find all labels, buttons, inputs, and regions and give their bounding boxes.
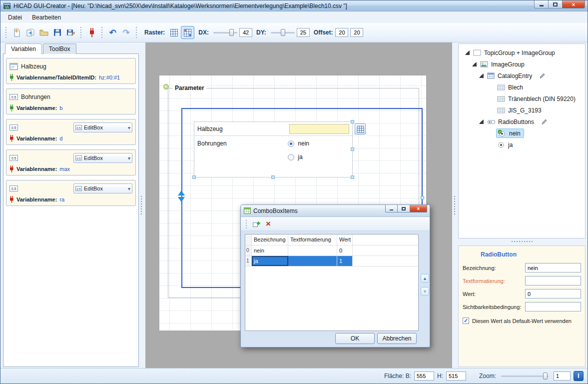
tree-item-ja[interactable]: ja [459,139,585,150]
tab-variablen[interactable]: Variablen [5,44,42,54]
control-type-combo[interactable]: 0.5 EditBox ▾ [73,153,132,163]
new-file-button[interactable] [10,26,23,39]
control-type-combo[interactable]: 0.5 EditBox ▾ [73,184,132,194]
dy-value-input[interactable] [297,28,310,37]
table-row-selected[interactable]: 1 ja 1 [245,256,418,266]
row-index[interactable]: 0 [245,246,252,256]
grid-toggle-button[interactable] [167,26,181,39]
radio-button-selected[interactable] [288,140,294,147]
dx-value-input[interactable] [239,28,252,37]
zoom-slider-thumb[interactable] [543,372,548,380]
edit-pencil-icon[interactable] [539,72,546,79]
variable-card-halbzeug[interactable]: Halbzeug Variablenname/TableID/ItemID: h… [6,58,136,84]
tree-item-catalogentry[interactable]: CatalogEntry [459,70,585,82]
tree-item-nein-selected[interactable]: nein [459,128,585,139]
zoom-value-input[interactable] [554,372,571,380]
expander-icon[interactable] [479,120,484,124]
design-canvas[interactable]: Parameter Halbzeug [145,42,452,368]
menu-datei[interactable]: Datei [3,12,26,22]
move-row-up-button[interactable]: ▲ [421,274,429,282]
expander-icon[interactable] [479,74,484,78]
radio-option-nein[interactable]: nein [288,140,309,147]
resize-handle[interactable] [421,196,424,200]
tree-item-imagegroup[interactable]: ImageGroup [459,58,585,70]
add-row-button[interactable] [250,218,262,230]
radio-button[interactable] [288,154,294,160]
control-type-combo[interactable]: 0.5 EditBox ▾ [73,122,132,132]
connector-button[interactable] [85,26,98,39]
flaeche-h-input[interactable] [446,372,466,380]
cell-textformatierung[interactable] [288,246,337,256]
toolbar-grip[interactable] [5,26,7,38]
cell-bezeichnung[interactable]: ja [252,256,288,266]
halbzeug-input[interactable] [289,124,349,134]
cancel-button[interactable]: Abbrechen [377,333,417,344]
controls-panel[interactable]: Halbzeug Bohrungen nein [194,122,353,178]
resize-handle[interactable] [192,176,196,179]
toolbar-grip[interactable] [80,26,82,38]
dialog-minimize-button[interactable] [385,205,398,212]
dx-slider-thumb[interactable] [229,29,234,36]
variable-card-max[interactable]: 0.5 0.5 EditBox ▾ Variablenname: max [6,150,136,176]
left-splitter[interactable] [140,196,142,216]
default-wert-checkbox[interactable]: ✓ [463,318,469,324]
textformatierung-input[interactable] [525,276,581,286]
save-as-button[interactable] [64,26,77,39]
sichtbarkeitsbedingung-input[interactable] [525,302,581,312]
tree-item-radiobuttons[interactable]: RadioButtons [459,116,585,128]
toolbar-grip[interactable] [135,26,138,38]
row-index[interactable]: 1 [245,256,252,266]
edit-pencil-icon[interactable] [541,118,548,125]
dialog-titlebar[interactable]: ComboBoxItems × [241,205,430,217]
resize-handle[interactable] [351,176,354,179]
cell-wert[interactable]: 1 [337,256,353,266]
column-header-bezeichnung[interactable]: Bezeichnung [252,234,288,245]
wert-input[interactable] [525,289,581,298]
cell-textformatierung[interactable] [288,256,337,266]
variable-card-bohrungen[interactable]: 0.5 Bohrungen Variablenname: b [6,88,136,114]
maximize-button[interactable] [549,0,563,8]
toolbar-grip[interactable] [245,220,248,228]
dialog-maximize-button[interactable] [398,205,410,212]
dy-slider-thumb[interactable] [281,29,285,36]
dy-slider[interactable] [271,28,295,37]
resize-handle[interactable] [351,120,354,124]
offset-y-input[interactable] [350,28,363,37]
dialog-close-button[interactable]: × [410,205,427,212]
tree-item-traenenblech[interactable]: Tränenblech (DIN 59220) [459,93,585,104]
flaeche-b-input[interactable] [414,372,434,380]
menu-bearbeiten[interactable]: Bearbeiten [27,12,65,22]
cursor-tool-button[interactable]: I [574,371,584,381]
toolbar-grip[interactable] [101,26,103,38]
ok-button[interactable]: OK [335,333,375,344]
radio-option-ja[interactable]: ja [288,154,309,160]
cell-wert[interactable]: 0 [337,246,353,256]
grid-snap-button[interactable] [181,26,194,39]
close-button[interactable]: × [563,0,585,8]
expander-icon[interactable] [472,62,477,66]
dx-slider[interactable] [213,28,237,37]
offset-x-input[interactable] [335,28,348,37]
column-header-textformatierung[interactable]: Textformatierung [288,234,337,245]
zoom-slider[interactable] [501,372,549,380]
open-button[interactable] [37,26,50,39]
variable-card-d[interactable]: 0.5 0.5 EditBox ▾ Variablenname: d [6,119,136,145]
bezeichnung-input[interactable] [525,263,581,272]
column-header-wert[interactable]: Wert [337,234,353,245]
table-row[interactable]: 0 nein 0 [245,246,418,256]
tree-item-blech[interactable]: Blech [459,82,585,93]
save-button[interactable] [50,26,64,39]
resize-handle[interactable] [351,148,354,151]
tab-toolbox[interactable]: ToolBox [43,44,76,54]
new-from-template-button[interactable] [23,26,37,39]
delete-row-button[interactable]: × [262,218,274,230]
redo-button[interactable]: ↷ [119,26,133,39]
right-splitter[interactable] [454,196,456,216]
move-row-down-button[interactable]: ▼ [421,287,429,296]
cell-bezeichnung[interactable]: nein [252,246,288,256]
tree-item-jis-g-3193[interactable]: JIS_G_3193 [459,104,585,116]
catalog-button[interactable] [355,124,366,134]
resize-handle[interactable] [271,176,275,179]
undo-button[interactable]: ↶ [106,26,119,39]
minimize-button[interactable] [534,0,549,8]
